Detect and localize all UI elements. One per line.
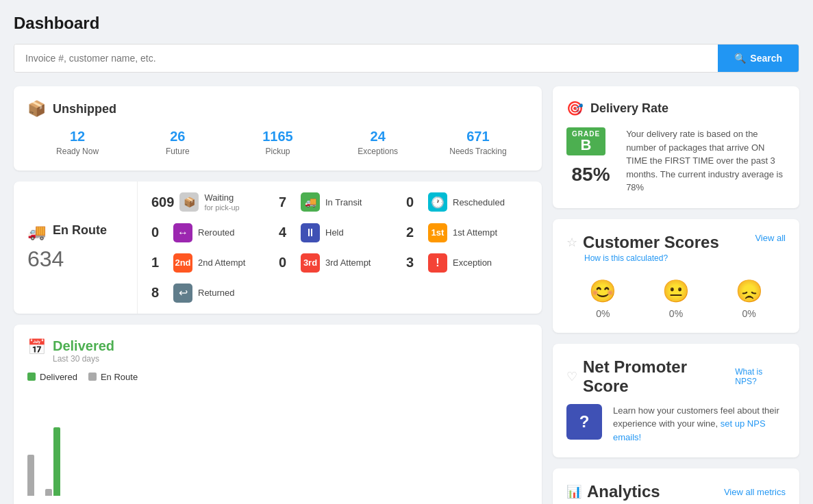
route-item-attempt3[interactable]: 0 3rd 3rd Attempt (279, 253, 401, 273)
sad-icon: 😞 (736, 278, 763, 304)
how-calculated-link[interactable]: How is this calculated? (584, 253, 719, 263)
intransit-icon: 🚚 (301, 192, 320, 212)
score-neutral: 😐 0% (662, 278, 690, 319)
route-item-held[interactable]: 4 ⏸ Held (279, 223, 401, 242)
legend-enroute: En Route (88, 372, 138, 382)
delivered-title: Delivered (53, 338, 114, 354)
analytics-title: Analytics (587, 482, 660, 501)
target-icon: 🎯 (566, 100, 584, 116)
en-route-total: 634 (27, 247, 123, 272)
attempt2-icon: 2nd (173, 253, 192, 273)
exception-icon: ! (428, 253, 447, 273)
unshipped-stats: 12 Ready Now 26 Future 1165 Pickup 24 Ex… (27, 129, 528, 157)
route-item-rescheduled[interactable]: 0 🕐 Rescheduled (406, 192, 528, 212)
chart-bar-group-1 (27, 455, 42, 496)
nps-question-icon: ? (566, 404, 602, 440)
what-is-nps-link[interactable]: What is NPS? (735, 367, 786, 386)
scores-row: 😊 0% 😐 0% 😞 0% (566, 278, 786, 319)
legend-dot-enroute (88, 373, 97, 381)
customer-scores-header: ☆ Customer Scores How is this calculated… (566, 233, 786, 274)
route-item-returned[interactable]: 8 ↩ Returned (151, 284, 273, 303)
happy-icon: 😊 (589, 278, 616, 304)
rerouted-icon: ↔ (173, 223, 192, 242)
legend-dot-delivered (27, 373, 36, 381)
heart-icon: ♡ (566, 369, 577, 384)
route-item-rerouted[interactable]: 0 ↔ Rerouted (151, 223, 273, 242)
en-route-card: 🚚 En Route 634 609 📦 Waiting for pick-up (14, 181, 542, 314)
star-icon: ☆ (566, 235, 577, 250)
unshipped-card: 📦 Unshipped 12 Ready Now 26 Future 1165 … (14, 86, 542, 171)
bar-enroute-1 (27, 455, 34, 496)
bar-delivered-2 (53, 427, 60, 496)
route-item-intransit[interactable]: 7 🚚 In Transit (279, 192, 401, 212)
delivery-rate-header: 🎯 Delivery Rate (566, 100, 786, 116)
score-happy: 😊 0% (589, 278, 616, 319)
attempt3-icon: 3rd (301, 253, 320, 273)
delivery-rate-card: 🎯 Delivery Rate GRADE B 85% Your deliver… (553, 86, 799, 208)
main-layout: 📦 Unshipped 12 Ready Now 26 Future 1165 … (14, 86, 799, 504)
route-item-attempt2[interactable]: 1 2nd 2nd Attempt (151, 253, 273, 273)
delivered-legend: Delivered En Route (27, 372, 528, 382)
delivery-rate-desc: Your delivery rate is based on the numbe… (626, 127, 786, 194)
analytics-view-all[interactable]: View all metrics (724, 487, 786, 497)
en-route-left: 🚚 En Route 634 (14, 181, 137, 314)
bar-enroute-2 (45, 489, 52, 496)
nps-content: ? Learn how your customers feel about th… (566, 404, 786, 444)
stat-pickup[interactable]: 1165 Pickup (227, 129, 327, 157)
nps-description: Learn how your customers feel about thei… (613, 404, 786, 444)
stat-exceptions[interactable]: 24 Exceptions (328, 129, 428, 157)
neutral-icon: 😐 (662, 278, 690, 304)
delivery-rate-percent: 85% (572, 164, 610, 186)
returned-icon: ↩ (173, 284, 192, 303)
delivered-card: 📅 Delivered Last 30 days Delivered En Ro… (14, 325, 542, 504)
analytics-card: 📊 Analytics View all metrics Past 3 mont… (553, 468, 799, 504)
calendar-icon: 📅 (27, 338, 46, 356)
delivery-rate-grade: GRADE B 85% (566, 127, 615, 194)
truck-icon: 🚚 (27, 223, 46, 241)
chart-bar-group-2 (45, 427, 60, 496)
bar-chart-icon: 📊 (566, 484, 581, 499)
nps-card: ♡ Net Promoter Score What is NPS? ? Lear… (553, 344, 799, 458)
route-item-attempt1[interactable]: 2 1st 1st Attempt (406, 223, 528, 242)
page-title: Dashboard (14, 14, 799, 33)
customer-scores-view-all[interactable]: View all (755, 233, 786, 243)
delivery-rate-content: GRADE B 85% Your delivery rate is based … (566, 127, 786, 194)
delivered-subtitle: Last 30 days (53, 354, 114, 364)
search-icon: 🔍 (734, 53, 746, 64)
waiting-icon: 📦 (179, 192, 199, 212)
stat-ready-now[interactable]: 12 Ready Now (27, 129, 127, 157)
held-icon: ⏸ (301, 223, 320, 242)
analytics-header: 📊 Analytics View all metrics (566, 482, 786, 501)
customer-scores-title: Customer Scores (583, 233, 719, 252)
customer-scores-card: ☆ Customer Scores How is this calculated… (553, 219, 799, 333)
search-input[interactable] (14, 45, 718, 72)
nps-header: ♡ Net Promoter Score What is NPS? (566, 357, 786, 396)
stat-future[interactable]: 26 Future (127, 129, 227, 157)
grade-box: GRADE B (566, 127, 605, 155)
search-button[interactable]: 🔍 Search (718, 45, 799, 72)
unshipped-title: Unshipped (53, 102, 116, 116)
legend-delivered: Delivered (27, 372, 77, 382)
en-route-header: 🚚 En Route (27, 223, 123, 241)
rescheduled-icon: 🕐 (428, 192, 447, 212)
delivery-rate-title: Delivery Rate (590, 101, 668, 116)
en-route-right: 609 📦 Waiting for pick-up 7 🚚 In Transit… (137, 181, 542, 314)
route-item-exception[interactable]: 3 ! Exception (406, 253, 528, 273)
delivered-chart (27, 393, 528, 496)
unshipped-header: 📦 Unshipped (27, 100, 528, 118)
route-item-waiting[interactable]: 609 📦 Waiting for pick-up (151, 192, 273, 212)
unshipped-icon: 📦 (27, 100, 46, 118)
nps-title: Net Promoter Score (583, 357, 735, 396)
stat-needs-tracking[interactable]: 671 Needs Tracking (428, 129, 528, 157)
score-sad: 😞 0% (736, 278, 763, 319)
left-column: 📦 Unshipped 12 Ready Now 26 Future 1165 … (14, 86, 542, 504)
attempt1-icon: 1st (428, 223, 447, 242)
en-route-title: En Route (53, 223, 107, 238)
right-column: 🎯 Delivery Rate GRADE B 85% Your deliver… (553, 86, 799, 504)
search-bar: 🔍 Search (14, 44, 799, 73)
delivered-header: 📅 Delivered Last 30 days (27, 338, 528, 364)
